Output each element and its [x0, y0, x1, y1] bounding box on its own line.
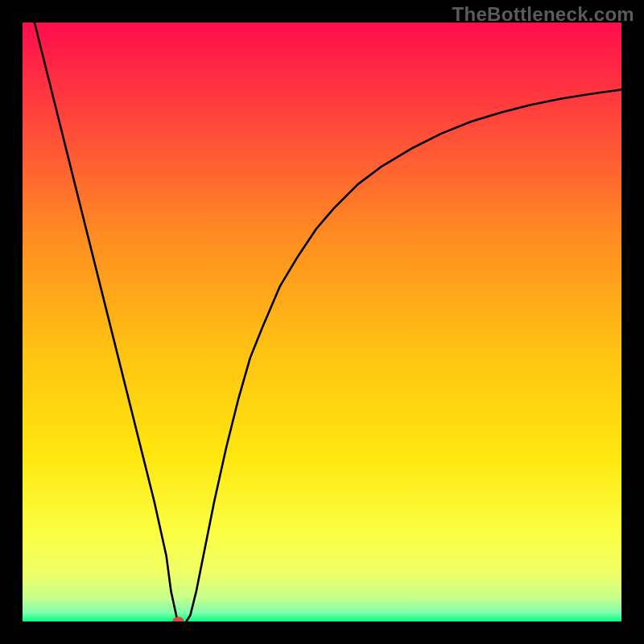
plot-area [23, 23, 621, 621]
chart-svg [23, 23, 621, 621]
gradient-bg [23, 23, 621, 621]
chart-frame: TheBottleneck.com [0, 0, 644, 644]
